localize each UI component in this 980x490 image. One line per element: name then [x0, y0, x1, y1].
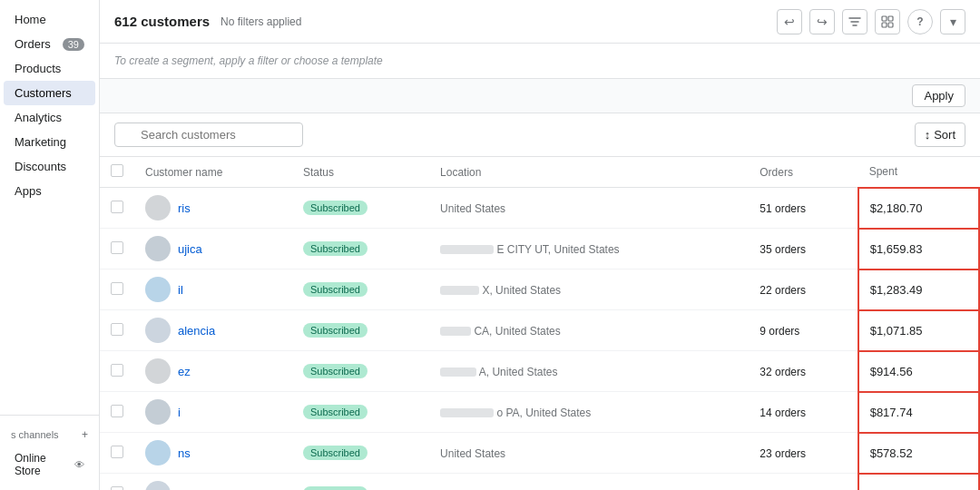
search-input[interactable]	[114, 122, 303, 147]
location-cell: o PA, United States	[429, 392, 749, 433]
sidebar-item-discounts[interactable]: Discounts	[4, 154, 95, 179]
table-row: ujica Subscribed E CITY UT, United State…	[100, 229, 979, 270]
sidebar-item-marketing[interactable]: Marketing	[4, 130, 95, 154]
table-row: ns Subscribed United States 23 orders$57…	[100, 433, 979, 474]
orders-cell: 22 orders	[749, 270, 858, 310]
customer-name-cell: ris	[134, 188, 292, 229]
orders-count: 14 orders	[760, 407, 806, 419]
status-badge: Subscribed	[303, 446, 368, 460]
customer-name-cell: blanc	[134, 474, 292, 491]
customer-name-cell: ujica	[134, 229, 292, 270]
svg-rect-1	[888, 16, 893, 21]
grid-view-button[interactable]	[875, 9, 900, 34]
row-checkbox[interactable]	[111, 201, 123, 213]
apply-button[interactable]: Apply	[912, 84, 965, 107]
sidebar: Home Orders 39 Products Customers Analyt…	[0, 0, 100, 490]
customer-name-link[interactable]: alencia	[178, 324, 215, 338]
status-cell: Subscribed	[292, 188, 429, 229]
spent-cell: $2,180.70	[858, 188, 979, 229]
table-row: blanc Subscribed Canada 8 orders$552.83	[100, 474, 979, 491]
sidebar-item-customers[interactable]: Customers	[4, 81, 95, 105]
status-badge: Subscribed	[303, 201, 368, 215]
select-all-checkbox[interactable]	[111, 164, 123, 177]
status-cell: Subscribed	[292, 351, 429, 392]
spent-value: $578.52	[870, 446, 913, 460]
orders-cell: 32 orders	[749, 351, 858, 392]
orders-count: 51 orders	[760, 202, 806, 215]
avatar	[145, 481, 171, 490]
filter-button[interactable]	[842, 9, 867, 34]
row-checkbox[interactable]	[111, 241, 123, 254]
spent-value: $2,180.70	[870, 201, 923, 215]
table-row: ez Subscribed A, United States 32 orders…	[100, 351, 979, 392]
orders-count: 35 orders	[760, 243, 806, 256]
location-text: United States	[440, 202, 505, 215]
location-blur	[440, 408, 494, 417]
row-checkbox[interactable]	[111, 323, 123, 336]
row-checkbox[interactable]	[111, 405, 123, 417]
undo-button[interactable]: ↩	[777, 9, 802, 34]
apply-area: Apply	[100, 79, 980, 113]
table-scroll[interactable]: Customer name Status Location Orders Spe…	[100, 157, 980, 490]
row-checkbox-cell	[100, 392, 134, 433]
row-checkbox-cell	[100, 433, 134, 474]
location-cell: CA, United States	[429, 310, 749, 351]
spent-cell: $1,071.85	[858, 310, 979, 351]
customer-name-cell: alencia	[134, 310, 292, 351]
topbar-left: 612 customers No filters applied	[114, 14, 301, 29]
row-checkbox-cell	[100, 270, 134, 310]
status-badge: Subscribed	[303, 364, 368, 378]
sidebar-item-products[interactable]: Products	[4, 56, 95, 81]
customers-table: Customer name Status Location Orders Spe…	[100, 157, 980, 490]
customer-name-link[interactable]: blanc	[178, 487, 206, 491]
location-text: o PA, United States	[440, 407, 591, 419]
th-select-all	[100, 157, 134, 188]
location-text: A, United States	[440, 366, 557, 378]
location-blur	[440, 286, 479, 295]
sidebar-channels-section: s channels +	[0, 423, 99, 446]
sidebar-item-orders[interactable]: Orders 39	[4, 32, 95, 56]
filter-status: No filters applied	[220, 15, 301, 28]
add-channel-icon[interactable]: +	[82, 428, 88, 441]
sidebar-item-apps[interactable]: Apps	[4, 179, 95, 203]
row-checkbox[interactable]	[111, 364, 123, 377]
customer-name-link[interactable]: ez	[178, 365, 191, 378]
sidebar-item-analytics[interactable]: Analytics	[4, 105, 95, 130]
row-checkbox[interactable]	[111, 446, 123, 458]
avatar	[145, 236, 171, 261]
spent-cell: $914.56	[858, 351, 979, 392]
customer-name-cell: i	[134, 392, 292, 433]
location-cell: E CITY UT, United States	[429, 229, 749, 270]
location-cell: A, United States	[429, 351, 749, 392]
orders-cell: 9 orders	[749, 310, 858, 351]
sidebar-item-online-store[interactable]: Online Store 👁	[4, 446, 95, 483]
help-button[interactable]: ?	[907, 9, 933, 34]
status-badge: Subscribed	[303, 405, 368, 419]
chevron-down-button[interactable]: ▾	[940, 9, 965, 34]
location-text: United States	[440, 447, 505, 460]
customer-name-cell: ez	[134, 351, 292, 392]
location-cell: United States	[429, 433, 749, 474]
customer-name-link[interactable]: ris	[178, 201, 191, 215]
spent-value: $552.83	[870, 487, 913, 491]
location-cell: X, United States	[429, 270, 749, 310]
row-checkbox[interactable]	[111, 486, 123, 491]
spent-value: $1,283.49	[870, 283, 923, 297]
sort-button[interactable]: ↕ Sort	[915, 122, 965, 147]
redo-button[interactable]: ↪	[809, 9, 835, 34]
sidebar-item-home[interactable]: Home	[4, 7, 95, 32]
spent-cell: $552.83	[858, 474, 979, 491]
eye-icon: 👁	[74, 459, 84, 470]
spent-cell: $1,659.83	[858, 229, 979, 270]
customer-name-link[interactable]: ujica	[178, 242, 202, 256]
location-text: X, United States	[440, 284, 561, 297]
orders-cell: 8 orders	[749, 474, 858, 491]
customer-name-link[interactable]: ns	[178, 446, 191, 460]
row-checkbox-cell	[100, 474, 134, 491]
row-checkbox[interactable]	[111, 282, 123, 295]
segment-banner: To create a segment, apply a filter or c…	[100, 44, 980, 79]
customer-name-link[interactable]: il	[178, 283, 183, 297]
sort-icon: ↕	[925, 128, 931, 142]
customer-name-link[interactable]: i	[178, 406, 181, 419]
main-content: 612 customers No filters applied ↩ ↪ ? ▾…	[100, 0, 980, 490]
